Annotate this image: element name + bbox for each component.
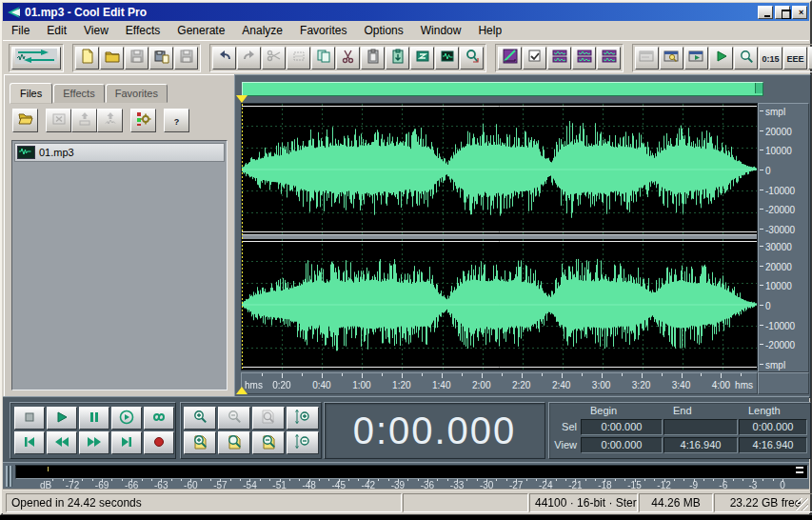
zoom-to-left-edge-icon (191, 433, 208, 452)
menu-item-analyze[interactable]: Analyze (233, 22, 291, 39)
zoom-out-vertical-button[interactable] (287, 431, 319, 454)
view-begin-value[interactable]: 0:00.000 (581, 437, 663, 453)
meter-peak-tick-2 (796, 471, 803, 473)
stop-button[interactable] (14, 407, 45, 430)
copy-button[interactable] (311, 47, 335, 70)
close-button[interactable]: × (792, 6, 807, 19)
new-file-button[interactable] (75, 47, 99, 70)
waveform-display[interactable] (241, 103, 758, 370)
save-copy-button (174, 47, 198, 70)
menu-item-generate[interactable]: Generate (168, 22, 233, 39)
trim-button (262, 47, 286, 70)
resize-grip[interactable] (796, 498, 808, 510)
show-options-button[interactable] (523, 47, 546, 70)
insert-into-multitrack-icon (77, 111, 92, 130)
menu-item-file[interactable]: File (3, 22, 38, 39)
minimize-button[interactable] (758, 6, 773, 19)
go-to-beginning-icon (22, 434, 37, 452)
waveform-right-channel[interactable] (242, 239, 757, 370)
zoom-tool-button[interactable] (734, 47, 758, 70)
menu-item-edit[interactable]: Edit (38, 22, 75, 39)
cut-button[interactable] (336, 47, 360, 70)
play-looped-button[interactable] (111, 407, 142, 430)
maximize-button[interactable] (775, 6, 790, 19)
sel-length-value[interactable]: 0:00.000 (739, 419, 807, 435)
overview-scroll-bar[interactable] (242, 82, 763, 96)
save-as-icon (154, 49, 169, 67)
menu-item-help[interactable]: Help (469, 22, 510, 39)
frequency-grid-button[interactable]: EEE (783, 47, 807, 70)
pause-button[interactable] (79, 407, 109, 430)
loop-button[interactable] (144, 407, 174, 430)
window-find-button[interactable] (660, 47, 683, 70)
waveform-panel: smpl20000100000-10000-20000-300003000020… (234, 74, 811, 398)
timed-record-button[interactable]: 0:15 (759, 47, 782, 70)
waveform-multitrack-toggle-button[interactable] (11, 47, 61, 70)
effects-rack-3-button[interactable] (597, 47, 621, 70)
meter-drag-handle[interactable] (6, 466, 12, 487)
view-length-value[interactable]: 4:16.940 (739, 437, 807, 453)
zoom-full-button[interactable] (218, 431, 250, 454)
current-time: 0:00.000 (353, 411, 517, 450)
mix-paste-button[interactable] (435, 47, 459, 70)
level-meter[interactable]: dB-72-69-66-63-60-57-54-51-48-45-42-39-3… (3, 462, 809, 490)
amplitude-ruler-channel: smpl20000100000-10000-20000-30000 (759, 104, 808, 234)
amplitude-ruler[interactable]: smpl20000100000-10000-20000-300003000020… (758, 103, 809, 372)
organizer-tabs: FilesEffectsFavorites (10, 82, 168, 103)
tab-files[interactable]: Files (10, 83, 52, 104)
tab-favorites[interactable]: Favorites (106, 84, 168, 103)
zoom-to-left-edge-button[interactable] (184, 431, 216, 454)
waveform-left-channel[interactable] (242, 104, 757, 234)
overview-range-handle[interactable] (755, 83, 762, 93)
file-list-item[interactable]: 01.mp3 (14, 143, 225, 162)
menu-item-effects[interactable]: Effects (117, 22, 168, 39)
zoom-in-vertical-button[interactable] (287, 407, 319, 430)
close-file-icon (51, 111, 67, 130)
effects-rack-2-button[interactable] (572, 47, 596, 70)
copy-to-new-button[interactable] (410, 47, 434, 70)
convert-sample-type-button[interactable] (460, 47, 484, 70)
play-preview-button[interactable] (709, 47, 733, 70)
go-to-beginning-button[interactable] (14, 431, 45, 454)
timeline-label: 0:40 (312, 380, 330, 390)
help-button[interactable]: ? (164, 109, 189, 132)
record-button[interactable] (144, 431, 174, 454)
cursor-marker-bottom[interactable] (236, 387, 248, 394)
paste-to-new-button[interactable] (386, 47, 409, 70)
go-to-end-button[interactable] (111, 431, 142, 454)
amp-label: 0 (765, 301, 771, 311)
play-button[interactable] (47, 407, 77, 430)
open-file-button[interactable] (100, 47, 124, 70)
timeline-ruler[interactable]: hms0:200:401:001:201:402:002:202:403:003… (241, 372, 758, 394)
monitor-levels-button[interactable] (808, 47, 812, 70)
title-bar[interactable]: 01.mp3 - Cool Edit Pro × (3, 3, 809, 21)
sel-begin-value[interactable]: 0:00.000 (581, 419, 663, 435)
zoom-to-right-edge-icon (260, 433, 277, 452)
show-cue-list-button[interactable] (498, 47, 522, 70)
undo-button[interactable] (212, 47, 236, 70)
zoom-to-right-edge-button[interactable] (252, 431, 285, 454)
file-list[interactable]: 01.mp3 (11, 140, 228, 390)
window-next-button[interactable] (684, 47, 708, 70)
effects-rack-1-button[interactable] (547, 47, 571, 70)
view-end-value[interactable]: 4:16.940 (663, 437, 738, 453)
time-display[interactable]: 0:00.000 (324, 402, 545, 459)
paste-button[interactable] (361, 47, 385, 70)
tab-effects[interactable]: Effects (53, 84, 104, 103)
status-bar: Opened in 24.42 seconds 44100 · 16-bit ·… (3, 489, 809, 514)
status-sample-format: 44100 · 16-bit · Stereo (529, 493, 638, 512)
file-panel-options-button[interactable] (130, 109, 156, 132)
fast-forward-button[interactable] (79, 431, 109, 454)
file-tools: ? (12, 109, 189, 132)
menu-item-options[interactable]: Options (355, 22, 411, 39)
rewind-button[interactable] (47, 431, 77, 454)
menu-item-view[interactable]: View (75, 22, 117, 39)
save-as-button[interactable] (149, 47, 173, 70)
open-file-button[interactable] (12, 109, 38, 132)
cursor-marker-top[interactable] (236, 95, 248, 103)
sel-end-value[interactable] (663, 419, 738, 435)
menu-item-window[interactable]: Window (412, 22, 470, 39)
menu-item-favorites[interactable]: Favorites (291, 22, 355, 39)
zoom-in-horizontal-button[interactable] (184, 407, 216, 430)
amp-label: -10000 (765, 321, 795, 331)
